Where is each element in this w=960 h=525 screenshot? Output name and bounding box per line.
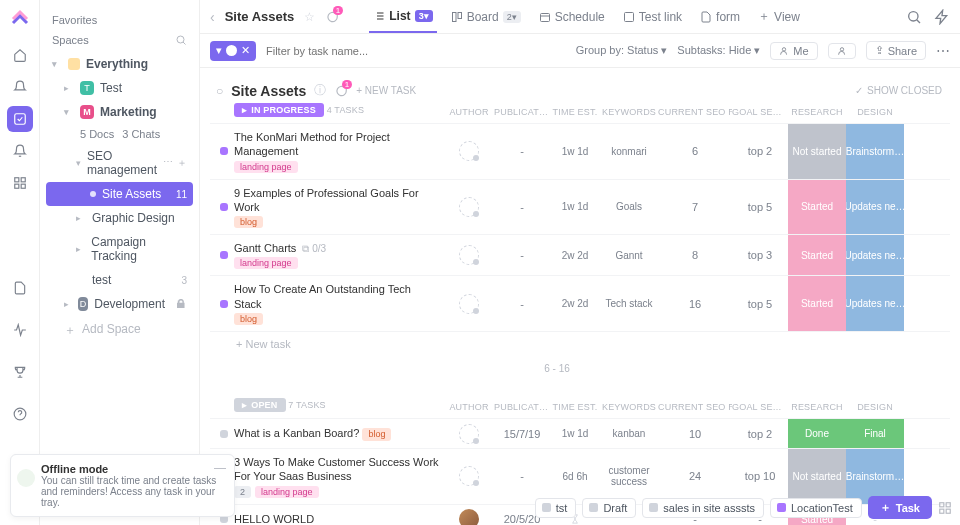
task-row[interactable]: The KonMari Method for Project Managemen… bbox=[210, 123, 950, 179]
groupby-toggle[interactable]: Group by: Status ▾ bbox=[576, 44, 668, 57]
pub-date-cell[interactable]: - bbox=[494, 145, 550, 157]
assign-author-button[interactable] bbox=[459, 245, 479, 265]
time-est-cell[interactable]: 2w 2d bbox=[550, 250, 600, 261]
task-name[interactable]: The KonMari Method for Project Managemen… bbox=[234, 131, 390, 157]
add-icon[interactable]: ＋ bbox=[177, 156, 187, 170]
apps-icon[interactable] bbox=[7, 170, 33, 196]
col-pub[interactable]: PUBLICATION DA… bbox=[494, 402, 550, 412]
bolt-icon[interactable] bbox=[934, 9, 950, 25]
pub-date-cell[interactable]: - bbox=[494, 201, 550, 213]
col-goal[interactable]: GOAL SEO RANK bbox=[732, 402, 788, 412]
assign-author-button[interactable] bbox=[459, 424, 479, 444]
status-cell[interactable]: Started bbox=[788, 180, 846, 235]
status-cell[interactable]: Not started bbox=[788, 124, 846, 179]
keywords-cell[interactable]: Gannt bbox=[600, 250, 658, 261]
info-icon[interactable]: ⓘ bbox=[314, 82, 326, 99]
tray-task-chip[interactable]: LocationTest bbox=[770, 498, 862, 518]
assign-author-button[interactable] bbox=[459, 197, 479, 217]
sidebar-item-test[interactable]: ▸TTest bbox=[46, 76, 193, 100]
col-pub[interactable]: PUBLICATION DA… bbox=[494, 107, 550, 117]
time-est-cell[interactable]: 2w 2d bbox=[550, 298, 600, 309]
status-dot[interactable] bbox=[220, 203, 228, 211]
docs-icon[interactable] bbox=[7, 275, 33, 301]
keywords-cell[interactable]: Goals bbox=[600, 201, 658, 212]
time-est-cell[interactable]: 1w 1d bbox=[550, 146, 600, 157]
col-kw[interactable]: KEYWORDS bbox=[600, 402, 658, 412]
search-icon[interactable] bbox=[906, 9, 922, 25]
keywords-cell[interactable]: Tech stack bbox=[600, 298, 658, 309]
goal-cell[interactable]: top 3 bbox=[732, 249, 788, 261]
tab-form[interactable]: form bbox=[696, 0, 744, 33]
sidebar-item-site-assets[interactable]: Site Assets11 bbox=[46, 182, 193, 206]
col-research[interactable]: RESEARCH bbox=[788, 107, 846, 117]
col-design[interactable]: DESIGN bbox=[846, 402, 904, 412]
back-button[interactable]: ‹ bbox=[210, 9, 215, 25]
tab-board[interactable]: Board2▾ bbox=[447, 0, 525, 33]
status-cell[interactable]: Brainstorm… bbox=[846, 124, 904, 179]
col-author[interactable]: AUTHOR bbox=[444, 107, 494, 117]
time-est-cell[interactable]: 6d 6h bbox=[550, 471, 600, 482]
time-est-cell[interactable]: 1w 1d bbox=[550, 428, 600, 439]
show-closed-button[interactable]: ✓ SHOW CLOSED bbox=[855, 85, 942, 96]
assign-author-button[interactable] bbox=[459, 294, 479, 314]
task-name[interactable]: 9 Examples of Professional Goals For Wor… bbox=[234, 187, 419, 213]
task-row[interactable]: Gantt Charts⧉ 0/3landing page-2w 2dGannt… bbox=[210, 234, 950, 275]
tray-grid-icon[interactable] bbox=[938, 501, 952, 515]
filter-chip[interactable]: ▾ ✕ bbox=[210, 41, 256, 61]
app-logo[interactable] bbox=[9, 8, 31, 30]
task-row[interactable]: What is a Kanban Board? blog15/7/191w 1d… bbox=[210, 418, 950, 448]
tray-task-chip[interactable]: Draft bbox=[582, 498, 636, 518]
share-button[interactable]: ⇪ Share bbox=[866, 41, 926, 60]
status-dot[interactable] bbox=[220, 300, 228, 308]
col-design[interactable]: DESIGN bbox=[846, 107, 904, 117]
col-research[interactable]: RESEARCH bbox=[788, 402, 846, 412]
status-cell[interactable]: Started bbox=[788, 276, 846, 331]
tab-schedule[interactable]: Schedule bbox=[535, 0, 609, 33]
new-task-button[interactable]: ＋Task bbox=[868, 496, 932, 519]
col-author[interactable]: AUTHOR bbox=[444, 402, 494, 412]
rank-cell[interactable]: 24 bbox=[658, 470, 732, 482]
trophy-icon[interactable] bbox=[7, 359, 33, 385]
favorite-icon[interactable]: ☆ bbox=[304, 10, 315, 24]
pub-date-cell[interactable]: 15/7/19 bbox=[494, 428, 550, 440]
me-button[interactable]: Me bbox=[770, 42, 817, 60]
close-icon[interactable]: ✕ bbox=[241, 44, 250, 57]
col-rank[interactable]: CURRENT SEO RANK bbox=[658, 107, 732, 117]
col-time[interactable]: TIME EST. bbox=[550, 402, 600, 412]
rank-cell[interactable]: 8 bbox=[658, 249, 732, 261]
breadcrumb[interactable]: Site Assets bbox=[225, 9, 295, 24]
tab-test-link[interactable]: Test link bbox=[619, 0, 686, 33]
status-cell[interactable]: Updates ne… bbox=[846, 235, 904, 275]
status-cell[interactable]: Updates ne… bbox=[846, 180, 904, 235]
group-status-pill[interactable]: ▸IN PROGRESS bbox=[234, 103, 324, 117]
new-task-link[interactable]: + New task bbox=[210, 331, 950, 350]
task-name[interactable]: 3 Ways To Make Customer Success Work For… bbox=[234, 456, 439, 482]
chats-link[interactable]: 3 Chats bbox=[122, 128, 160, 140]
sidebar-item-test-list[interactable]: test3 bbox=[46, 268, 193, 292]
col-rank[interactable]: CURRENT SEO RANK bbox=[658, 402, 732, 412]
comments-icon[interactable]: 1 bbox=[334, 84, 348, 98]
task-row[interactable]: How To Create An Outstanding Tech Stackb… bbox=[210, 275, 950, 331]
assign-author-button[interactable] bbox=[459, 141, 479, 161]
docs-link[interactable]: 5 Docs bbox=[80, 128, 114, 140]
search-icon[interactable] bbox=[175, 34, 187, 46]
status-cell[interactable]: Final bbox=[846, 419, 904, 448]
goal-cell[interactable]: top 2 bbox=[732, 428, 788, 440]
more-dots-icon[interactable]: ⋯ bbox=[163, 156, 173, 170]
goal-cell[interactable]: top 5 bbox=[732, 201, 788, 213]
pub-date-cell[interactable]: - bbox=[494, 249, 550, 261]
notif-outline-icon[interactable] bbox=[7, 74, 33, 100]
tab-list[interactable]: List3▾ bbox=[369, 0, 436, 33]
add-view-button[interactable]: ＋View bbox=[754, 0, 804, 33]
sidebar-item-development[interactable]: ▸DDevelopment🔒︎ bbox=[46, 292, 193, 316]
col-time[interactable]: TIME EST. bbox=[550, 107, 600, 117]
task-name[interactable]: HELLO WORLD bbox=[234, 513, 314, 525]
status-cell[interactable]: Updates ne… bbox=[846, 276, 904, 331]
group-status-pill[interactable]: ▸OPEN bbox=[234, 398, 286, 412]
pub-date-cell[interactable]: - bbox=[494, 298, 550, 310]
status-cell[interactable]: Started bbox=[788, 235, 846, 275]
comments-icon[interactable]: 1 bbox=[325, 10, 339, 24]
tray-task-chip[interactable]: tst bbox=[535, 498, 577, 518]
status-dot[interactable] bbox=[220, 251, 228, 259]
col-kw[interactable]: KEYWORDS bbox=[600, 107, 658, 117]
